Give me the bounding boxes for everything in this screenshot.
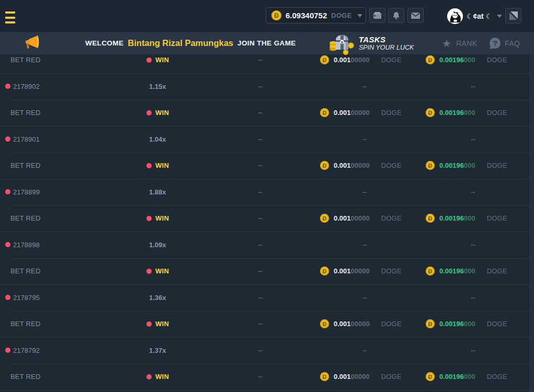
notifications-button[interactable] — [388, 8, 404, 23]
profit-amount: 0.00196000 — [439, 267, 475, 275]
doge-coin-icon: Đ — [320, 108, 329, 117]
profit-amount-main: 0.00196 — [439, 56, 464, 64]
game-row[interactable]: 2178901 1.04x -- -- -- — [0, 126, 529, 153]
currency-label: DOGE — [487, 320, 507, 328]
avatar — [447, 8, 463, 24]
menu-icon[interactable] — [5, 11, 15, 24]
profit-amount-zeros: 000 — [464, 214, 475, 222]
doge-coin-icon: Đ — [320, 267, 329, 275]
empty-value: -- — [258, 188, 263, 196]
game-row[interactable]: 2178795 1.36x -- -- -- — [0, 284, 529, 311]
bet-type-label: BET RED — [10, 267, 41, 275]
doge-coin-icon: Đ — [426, 372, 435, 381]
empty-value: -- — [471, 83, 475, 90]
bet-row[interactable]: BET RED WIN -- Đ 0.00100000 DOGE Đ 0.001… — [0, 100, 529, 126]
chevron-down-icon — [497, 15, 502, 18]
currency-label: DOGE — [381, 373, 402, 381]
chat-icon — [509, 11, 518, 20]
game-dot-icon — [5, 242, 10, 247]
bet-amount: 0.00100000 — [334, 56, 370, 64]
user-menu[interactable]: ☾¢at ☾ — [447, 8, 502, 24]
bet-row[interactable]: BET RED WIN -- Đ 0.00100000 DOGE Đ 0.001… — [0, 311, 529, 338]
game-row[interactable]: 2178898 1.09x -- -- -- — [0, 232, 529, 258]
bet-amount-main: 0.001 — [334, 214, 351, 222]
profit-amount-zeros: 000 — [464, 320, 475, 328]
empty-value: -- — [258, 83, 263, 90]
faq-link[interactable]: ? FAQ — [490, 32, 520, 54]
scrollbar-track[interactable] — [529, 54, 534, 392]
game-row[interactable]: 2178792 1.37x -- -- -- — [0, 337, 529, 364]
chat-toggle-button[interactable] — [505, 8, 521, 24]
empty-value: -- — [362, 294, 367, 302]
bet-amount-zeros: 00000 — [351, 109, 370, 117]
tasks-text: TASKS SPIN YOUR LUCK — [359, 35, 414, 52]
bet-history-list: BET RED WIN -- Đ 0.00100000 DOGE Đ 0.001… — [0, 54, 529, 390]
empty-value: -- — [362, 83, 367, 90]
wallet-button[interactable] — [369, 8, 385, 23]
bet-row[interactable]: BET RED WIN -- Đ 0.00100000 DOGE Đ 0.001… — [0, 153, 529, 179]
currency-label: DOGE — [381, 56, 402, 64]
empty-value: -- — [258, 135, 263, 143]
balance-amount: 6.09340752 — [286, 11, 327, 20]
doge-coin-icon: Đ — [320, 319, 329, 328]
faq-label: FAQ — [505, 39, 520, 48]
welcome-message: WELCOME Bintang Rizal Pamungkas JOIN THE… — [85, 32, 296, 54]
tasks-link[interactable]: TASKS SPIN YOUR LUCK — [328, 32, 414, 54]
doge-coin-icon: Đ — [320, 55, 329, 64]
result-dot-icon — [146, 163, 152, 168]
tasks-title: TASKS — [359, 35, 414, 44]
profit-amount-main: 0.00196 — [439, 373, 464, 381]
top-bar: Đ 6.09340752 DOGE ☾¢at ☾ — [0, 0, 534, 32]
game-id: 2178902 — [13, 83, 40, 90]
profit-amount: 0.00196000 — [439, 320, 475, 328]
rank-label: RANK — [456, 39, 478, 48]
bet-row[interactable]: BET RED WIN -- Đ 0.00100000 DOGE Đ 0.001… — [0, 54, 529, 73]
empty-value: -- — [471, 294, 475, 302]
doge-coin-icon: Đ — [426, 214, 435, 223]
game-row[interactable]: 2178899 1.88x -- -- -- — [0, 179, 529, 205]
bet-row[interactable]: BET RED WIN -- Đ 0.00100000 DOGE Đ 0.001… — [0, 364, 529, 390]
currency-label: DOGE — [487, 267, 507, 275]
bet-amount-main: 0.001 — [334, 56, 351, 64]
rank-link[interactable]: ★ RANK — [442, 32, 477, 54]
bet-amount-zeros: 00000 — [351, 320, 370, 328]
profit-amount: 0.00196000 — [439, 162, 475, 169]
messages-button[interactable] — [407, 8, 424, 23]
profit-amount-zeros: 000 — [464, 56, 475, 64]
balance-currency: DOGE — [331, 11, 351, 19]
empty-value: -- — [471, 241, 475, 249]
megaphone-icon — [22, 34, 41, 54]
multiplier-value: 1.37x — [149, 347, 166, 354]
multiplier-value: 1.88x — [149, 188, 166, 196]
multiplier-value: 1.15x — [149, 83, 166, 90]
currency-label: DOGE — [381, 162, 402, 169]
wallet-icon — [373, 12, 382, 19]
empty-value: -- — [362, 347, 367, 354]
bet-amount: 0.00100000 — [334, 320, 370, 328]
currency-label: DOGE — [487, 109, 507, 117]
balance-selector[interactable]: Đ 6.09340752 DOGE — [266, 7, 366, 24]
bet-row[interactable]: BET RED WIN -- Đ 0.00100000 DOGE Đ 0.001… — [0, 258, 529, 285]
bet-amount-main: 0.001 — [334, 267, 351, 275]
game-row[interactable]: 2178902 1.15x -- -- -- — [0, 73, 529, 100]
bet-amount-zeros: 00000 — [351, 214, 370, 222]
result-label: WIN — [155, 373, 169, 381]
profit-amount: 0.00196000 — [439, 373, 475, 381]
bet-amount-main: 0.001 — [334, 162, 351, 169]
result-dot-icon — [146, 269, 152, 274]
empty-value: -- — [362, 241, 367, 249]
game-id: 2178898 — [13, 241, 40, 249]
bet-row[interactable]: BET RED WIN -- Đ 0.00100000 DOGE Đ 0.001… — [0, 205, 529, 232]
result-label: WIN — [155, 214, 169, 222]
profit-amount: 0.00196000 — [439, 56, 475, 64]
profit-amount: 0.00196000 — [439, 214, 475, 222]
bet-amount-zeros: 00000 — [351, 162, 370, 169]
bet-amount: 0.00100000 — [334, 109, 370, 117]
bet-type-label: BET RED — [10, 320, 41, 328]
treasure-chest-icon — [328, 33, 355, 57]
welcome-suffix: JOIN THE GAME — [237, 39, 296, 47]
profit-amount-main: 0.00196 — [439, 214, 464, 222]
bet-amount-main: 0.001 — [334, 320, 351, 328]
result-label: WIN — [155, 109, 169, 117]
bet-type-label: BET RED — [10, 214, 41, 222]
